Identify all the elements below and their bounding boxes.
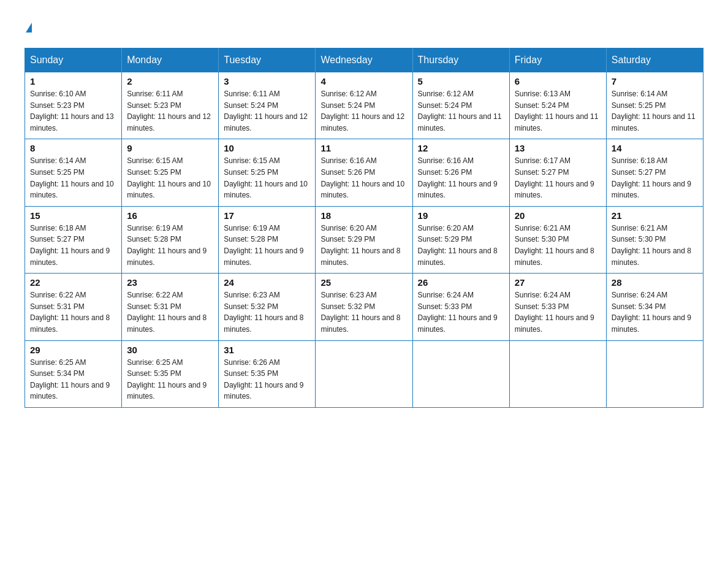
day-info: Sunrise: 6:11 AMSunset: 5:23 PMDaylight:… (127, 88, 213, 134)
calendar-cell: 9Sunrise: 6:15 AMSunset: 5:25 PMDaylight… (122, 139, 219, 206)
day-number: 10 (224, 143, 310, 153)
day-info: Sunrise: 6:16 AMSunset: 5:26 PMDaylight:… (320, 155, 407, 201)
day-number: 8 (30, 143, 116, 153)
day-info: Sunrise: 6:24 AMSunset: 5:33 PMDaylight:… (418, 289, 504, 335)
day-info: Sunrise: 6:24 AMSunset: 5:33 PMDaylight:… (515, 289, 601, 335)
weekday-header-thursday: Thursday (412, 48, 509, 72)
weekday-header-tuesday: Tuesday (219, 48, 316, 72)
day-info: Sunrise: 6:11 AMSunset: 5:24 PMDaylight:… (224, 88, 310, 134)
day-number: 28 (612, 277, 698, 288)
day-number: 23 (127, 277, 213, 288)
day-info: Sunrise: 6:14 AMSunset: 5:25 PMDaylight:… (30, 155, 116, 201)
calendar-week-row: 8Sunrise: 6:14 AMSunset: 5:25 PMDaylight… (25, 139, 703, 206)
calendar-cell: 24Sunrise: 6:23 AMSunset: 5:32 PMDayligh… (219, 274, 316, 340)
calendar-cell (606, 340, 703, 407)
day-number: 3 (224, 76, 310, 86)
day-number: 5 (418, 76, 504, 86)
day-info: Sunrise: 6:15 AMSunset: 5:25 PMDaylight:… (127, 155, 213, 201)
calendar-cell: 27Sunrise: 6:24 AMSunset: 5:33 PMDayligh… (509, 274, 606, 340)
day-number: 31 (224, 345, 310, 355)
day-info: Sunrise: 6:22 AMSunset: 5:31 PMDaylight:… (30, 289, 116, 335)
calendar-cell: 29Sunrise: 6:25 AMSunset: 5:34 PMDayligh… (25, 340, 122, 407)
day-number: 19 (418, 210, 504, 221)
day-number: 2 (127, 76, 213, 86)
calendar-cell: 30Sunrise: 6:25 AMSunset: 5:35 PMDayligh… (122, 340, 219, 407)
calendar-week-row: 15Sunrise: 6:18 AMSunset: 5:27 PMDayligh… (25, 206, 703, 273)
calendar-cell: 13Sunrise: 6:17 AMSunset: 5:27 PMDayligh… (509, 139, 606, 206)
calendar-cell: 10Sunrise: 6:15 AMSunset: 5:25 PMDayligh… (219, 139, 316, 206)
calendar-table: SundayMondayTuesdayWednesdayThursdayFrid… (25, 48, 703, 408)
calendar-cell: 28Sunrise: 6:24 AMSunset: 5:34 PMDayligh… (606, 274, 703, 340)
logo-general-line (25, 18, 32, 36)
day-number: 15 (30, 210, 116, 221)
day-info: Sunrise: 6:15 AMSunset: 5:25 PMDaylight:… (224, 155, 310, 201)
calendar-week-row: 29Sunrise: 6:25 AMSunset: 5:34 PMDayligh… (25, 340, 703, 407)
calendar-cell: 1Sunrise: 6:10 AMSunset: 5:23 PMDaylight… (25, 72, 122, 139)
day-info: Sunrise: 6:23 AMSunset: 5:32 PMDaylight:… (224, 289, 310, 335)
calendar-cell: 16Sunrise: 6:19 AMSunset: 5:28 PMDayligh… (122, 206, 219, 273)
day-info: Sunrise: 6:21 AMSunset: 5:30 PMDaylight:… (612, 223, 698, 268)
day-info: Sunrise: 6:21 AMSunset: 5:30 PMDaylight:… (515, 223, 601, 268)
day-number: 18 (320, 210, 407, 221)
day-info: Sunrise: 6:26 AMSunset: 5:35 PMDaylight:… (224, 357, 310, 402)
calendar-cell: 18Sunrise: 6:20 AMSunset: 5:29 PMDayligh… (316, 206, 412, 273)
day-number: 6 (515, 76, 601, 86)
day-info: Sunrise: 6:22 AMSunset: 5:31 PMDaylight:… (127, 289, 213, 335)
logo (25, 18, 32, 36)
calendar-cell: 8Sunrise: 6:14 AMSunset: 5:25 PMDaylight… (25, 139, 122, 206)
calendar-cell: 21Sunrise: 6:21 AMSunset: 5:30 PMDayligh… (606, 206, 703, 273)
weekday-header-sunday: Sunday (25, 48, 122, 72)
day-info: Sunrise: 6:20 AMSunset: 5:29 PMDaylight:… (418, 223, 504, 268)
day-number: 29 (30, 345, 116, 355)
calendar-cell: 19Sunrise: 6:20 AMSunset: 5:29 PMDayligh… (412, 206, 509, 273)
day-info: Sunrise: 6:18 AMSunset: 5:27 PMDaylight:… (612, 155, 698, 201)
calendar-cell: 15Sunrise: 6:18 AMSunset: 5:27 PMDayligh… (25, 206, 122, 273)
day-number: 20 (515, 210, 601, 221)
day-number: 26 (418, 277, 504, 288)
day-info: Sunrise: 6:23 AMSunset: 5:32 PMDaylight:… (320, 289, 407, 335)
calendar-week-row: 22Sunrise: 6:22 AMSunset: 5:31 PMDayligh… (25, 274, 703, 340)
day-info: Sunrise: 6:12 AMSunset: 5:24 PMDaylight:… (320, 88, 407, 134)
calendar-cell: 25Sunrise: 6:23 AMSunset: 5:32 PMDayligh… (316, 274, 412, 340)
day-number: 17 (224, 210, 310, 221)
day-number: 13 (515, 143, 601, 153)
calendar-cell (412, 340, 509, 407)
day-info: Sunrise: 6:25 AMSunset: 5:34 PMDaylight:… (30, 357, 116, 402)
day-number: 12 (418, 143, 504, 153)
day-info: Sunrise: 6:20 AMSunset: 5:29 PMDaylight:… (320, 223, 407, 268)
calendar-cell: 2Sunrise: 6:11 AMSunset: 5:23 PMDaylight… (122, 72, 219, 139)
calendar-cell: 31Sunrise: 6:26 AMSunset: 5:35 PMDayligh… (219, 340, 316, 407)
calendar-cell: 3Sunrise: 6:11 AMSunset: 5:24 PMDaylight… (219, 72, 316, 139)
logo-triangle-icon (26, 23, 32, 33)
day-number: 14 (612, 143, 698, 153)
day-info: Sunrise: 6:16 AMSunset: 5:26 PMDaylight:… (418, 155, 504, 201)
day-info: Sunrise: 6:12 AMSunset: 5:24 PMDaylight:… (418, 88, 504, 134)
calendar-cell (316, 340, 412, 407)
day-number: 22 (30, 277, 116, 288)
day-info: Sunrise: 6:19 AMSunset: 5:28 PMDaylight:… (127, 223, 213, 268)
day-info: Sunrise: 6:13 AMSunset: 5:24 PMDaylight:… (515, 88, 601, 134)
day-number: 9 (127, 143, 213, 153)
day-number: 1 (30, 76, 116, 86)
calendar-cell: 17Sunrise: 6:19 AMSunset: 5:28 PMDayligh… (219, 206, 316, 273)
calendar-cell: 11Sunrise: 6:16 AMSunset: 5:26 PMDayligh… (316, 139, 412, 206)
day-number: 7 (612, 76, 698, 86)
calendar-cell: 26Sunrise: 6:24 AMSunset: 5:33 PMDayligh… (412, 274, 509, 340)
day-number: 4 (320, 76, 407, 86)
calendar-cell: 7Sunrise: 6:14 AMSunset: 5:25 PMDaylight… (606, 72, 703, 139)
calendar-cell: 5Sunrise: 6:12 AMSunset: 5:24 PMDaylight… (412, 72, 509, 139)
calendar-cell: 6Sunrise: 6:13 AMSunset: 5:24 PMDaylight… (509, 72, 606, 139)
weekday-header-row: SundayMondayTuesdayWednesdayThursdayFrid… (25, 48, 703, 72)
weekday-header-friday: Friday (509, 48, 606, 72)
calendar-cell: 22Sunrise: 6:22 AMSunset: 5:31 PMDayligh… (25, 274, 122, 340)
day-info: Sunrise: 6:14 AMSunset: 5:25 PMDaylight:… (612, 88, 698, 134)
day-number: 24 (224, 277, 310, 288)
day-number: 21 (612, 210, 698, 221)
day-info: Sunrise: 6:17 AMSunset: 5:27 PMDaylight:… (515, 155, 601, 201)
calendar-cell: 12Sunrise: 6:16 AMSunset: 5:26 PMDayligh… (412, 139, 509, 206)
day-info: Sunrise: 6:24 AMSunset: 5:34 PMDaylight:… (612, 289, 698, 335)
weekday-header-wednesday: Wednesday (316, 48, 412, 72)
calendar-cell (509, 340, 606, 407)
day-info: Sunrise: 6:19 AMSunset: 5:28 PMDaylight:… (224, 223, 310, 268)
day-number: 30 (127, 345, 213, 355)
